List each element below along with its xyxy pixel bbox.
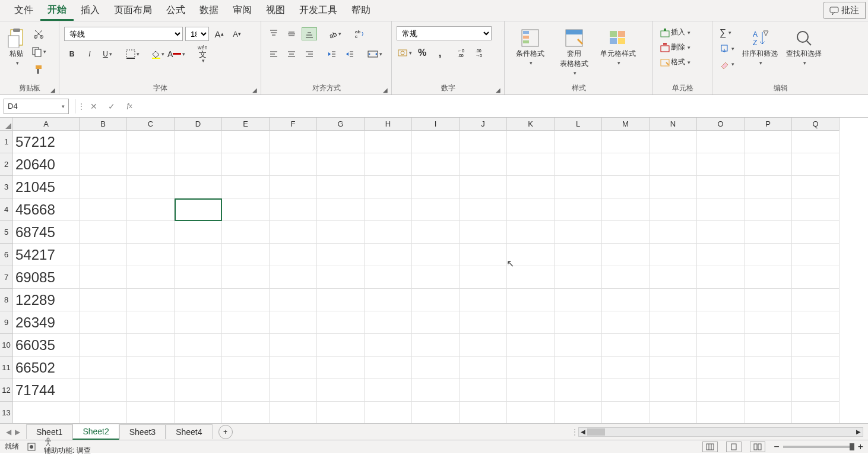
cell[interactable] <box>697 244 745 266</box>
cell[interactable] <box>555 357 602 379</box>
cell[interactable] <box>650 402 697 423</box>
cell[interactable] <box>697 153 745 176</box>
orientation-button[interactable]: ab▾ <box>327 26 342 42</box>
cell[interactable] <box>317 221 365 244</box>
cell[interactable] <box>460 357 507 379</box>
zoom-in-button[interactable]: + <box>858 442 863 452</box>
row-header[interactable]: 6 <box>0 244 13 266</box>
cell[interactable] <box>270 379 317 402</box>
cell[interactable] <box>792 379 840 402</box>
cell[interactable] <box>745 244 792 266</box>
column-header[interactable]: Q <box>792 118 840 131</box>
cell[interactable] <box>412 379 460 402</box>
cell[interactable] <box>745 357 792 379</box>
zoom-slider[interactable] <box>783 446 854 448</box>
cell[interactable] <box>412 357 460 379</box>
cell[interactable] <box>602 289 650 311</box>
phonetic-button[interactable]: wén文▾ <box>195 46 210 62</box>
cell[interactable] <box>792 244 840 266</box>
underline-button[interactable]: U▾ <box>100 46 115 62</box>
cell[interactable] <box>365 311 412 334</box>
cell[interactable] <box>365 244 412 266</box>
cell[interactable] <box>317 198 365 221</box>
cell[interactable] <box>412 334 460 357</box>
cell[interactable] <box>507 153 555 176</box>
cell[interactable] <box>127 266 175 289</box>
cell[interactable] <box>650 176 697 198</box>
cell[interactable] <box>792 131 840 153</box>
row-header[interactable]: 8 <box>0 289 13 311</box>
cell[interactable] <box>222 357 270 379</box>
cell[interactable] <box>80 311 127 334</box>
cell[interactable] <box>317 379 365 402</box>
cell[interactable] <box>222 198 270 221</box>
row-header[interactable]: 5 <box>0 221 13 244</box>
cell[interactable] <box>80 176 127 198</box>
cell[interactable] <box>792 221 840 244</box>
column-header[interactable]: H <box>365 118 412 131</box>
cell[interactable] <box>270 176 317 198</box>
cell[interactable] <box>175 221 222 244</box>
cell[interactable] <box>412 221 460 244</box>
cell[interactable] <box>317 131 365 153</box>
column-header[interactable]: M <box>602 118 650 131</box>
decrease-indent-button[interactable] <box>324 46 340 62</box>
cell[interactable] <box>317 334 365 357</box>
cell[interactable]: 12289 <box>13 289 80 311</box>
cell[interactable] <box>460 131 507 153</box>
column-header[interactable]: I <box>412 118 460 131</box>
cell[interactable] <box>697 402 745 423</box>
cell[interactable] <box>270 244 317 266</box>
cell[interactable] <box>365 131 412 153</box>
cell[interactable] <box>222 131 270 153</box>
cell[interactable] <box>80 153 127 176</box>
scroll-left-button[interactable]: ◀ <box>579 428 587 436</box>
cell[interactable] <box>365 153 412 176</box>
cell[interactable] <box>697 334 745 357</box>
paste-button[interactable]: 粘贴 ▾ <box>5 26 28 66</box>
cell[interactable] <box>127 357 175 379</box>
align-launcher[interactable]: ◢ <box>383 87 388 93</box>
cell[interactable] <box>697 198 745 221</box>
cell[interactable] <box>460 198 507 221</box>
cell[interactable] <box>745 334 792 357</box>
cell[interactable] <box>555 289 602 311</box>
merge-button[interactable]: ▾ <box>367 46 382 62</box>
cell[interactable] <box>365 266 412 289</box>
cell[interactable]: 21045 <box>13 176 80 198</box>
cell[interactable] <box>270 221 317 244</box>
cell[interactable] <box>80 289 127 311</box>
align-middle-button[interactable] <box>284 27 299 40</box>
cell[interactable] <box>507 244 555 266</box>
cell[interactable] <box>127 334 175 357</box>
cell[interactable] <box>650 244 697 266</box>
cell[interactable] <box>602 357 650 379</box>
cell[interactable] <box>507 334 555 357</box>
comma-button[interactable]: , <box>432 45 448 61</box>
percent-button[interactable]: % <box>414 45 430 61</box>
decrease-font-button[interactable]: A▾ <box>229 26 245 42</box>
menu-insert[interactable]: 插入 <box>74 0 107 21</box>
cell[interactable] <box>697 311 745 334</box>
cell[interactable]: 68745 <box>13 221 80 244</box>
align-left-button[interactable] <box>266 48 281 61</box>
cell[interactable]: 66035 <box>13 334 80 357</box>
cell[interactable] <box>412 131 460 153</box>
cell[interactable] <box>555 176 602 198</box>
increase-decimal-button[interactable]: ←0.00 <box>456 45 471 61</box>
cell[interactable] <box>555 131 602 153</box>
cell[interactable]: 57212 <box>13 131 80 153</box>
row-header[interactable]: 11 <box>0 357 13 379</box>
copy-button[interactable]: ▾ <box>31 44 46 59</box>
format-cells-button[interactable]: 格式▾ <box>658 56 693 68</box>
cell[interactable] <box>745 153 792 176</box>
cell[interactable]: 26349 <box>13 311 80 334</box>
tab-split-handle[interactable]: ⋮ <box>571 428 578 436</box>
cell[interactable] <box>460 379 507 402</box>
cell[interactable] <box>507 266 555 289</box>
cell[interactable] <box>745 131 792 153</box>
menu-pagelayout[interactable]: 页面布局 <box>107 0 159 21</box>
cell-styles-button[interactable]: 单元格样式▾ <box>597 26 639 66</box>
cell[interactable] <box>460 266 507 289</box>
cell[interactable] <box>555 153 602 176</box>
